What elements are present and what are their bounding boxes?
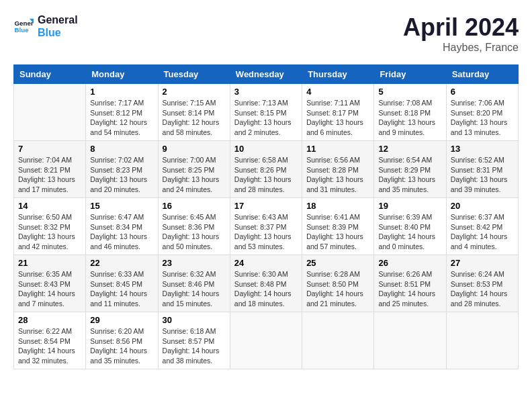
title-block: April 2024 Haybes, France	[403, 13, 519, 54]
day-info: Sunrise: 7:11 AMSunset: 8:17 PMDaylight:…	[306, 98, 369, 138]
calendar-cell	[14, 84, 86, 141]
calendar-cell: 14Sunrise: 6:50 AMSunset: 8:32 PMDayligh…	[14, 198, 86, 255]
day-info: Sunrise: 6:28 AMSunset: 8:50 PMDaylight:…	[306, 269, 369, 309]
day-number: 29	[90, 315, 153, 325]
calendar-cell: 27Sunrise: 6:24 AMSunset: 8:53 PMDayligh…	[446, 255, 518, 312]
day-info: Sunrise: 6:50 AMSunset: 8:32 PMDaylight:…	[18, 212, 81, 252]
col-header-sunday: Sunday	[14, 65, 86, 84]
calendar-cell: 23Sunrise: 6:32 AMSunset: 8:46 PMDayligh…	[158, 255, 230, 312]
day-number: 7	[18, 144, 81, 154]
month-title: April 2024	[403, 13, 519, 42]
day-number: 11	[306, 144, 369, 154]
day-info: Sunrise: 6:35 AMSunset: 8:43 PMDaylight:…	[18, 269, 81, 309]
svg-text:General: General	[15, 19, 34, 27]
day-info: Sunrise: 6:43 AMSunset: 8:37 PMDaylight:…	[234, 212, 298, 252]
logo-icon: General Blue	[13, 16, 34, 36]
calendar-cell: 2Sunrise: 7:15 AMSunset: 8:14 PMDaylight…	[158, 84, 230, 141]
day-info: Sunrise: 7:15 AMSunset: 8:14 PMDaylight:…	[163, 98, 226, 138]
day-info: Sunrise: 7:02 AMSunset: 8:23 PMDaylight:…	[90, 155, 153, 195]
day-number: 17	[234, 201, 298, 211]
week-row-3: 14Sunrise: 6:50 AMSunset: 8:32 PMDayligh…	[14, 198, 519, 255]
calendar-cell: 25Sunrise: 6:28 AMSunset: 8:50 PMDayligh…	[302, 255, 374, 312]
calendar-cell: 22Sunrise: 6:33 AMSunset: 8:45 PMDayligh…	[86, 255, 158, 312]
col-header-saturday: Saturday	[446, 65, 518, 84]
day-number: 4	[306, 87, 369, 97]
day-info: Sunrise: 6:26 AMSunset: 8:51 PMDaylight:…	[378, 269, 441, 309]
col-header-wednesday: Wednesday	[230, 65, 302, 84]
day-info: Sunrise: 7:06 AMSunset: 8:20 PMDaylight:…	[451, 98, 514, 138]
calendar-cell: 26Sunrise: 6:26 AMSunset: 8:51 PMDayligh…	[374, 255, 446, 312]
calendar-cell: 9Sunrise: 7:00 AMSunset: 8:25 PMDaylight…	[158, 141, 230, 198]
calendar-cell: 5Sunrise: 7:08 AMSunset: 8:18 PMDaylight…	[374, 84, 446, 141]
day-number: 28	[18, 315, 81, 325]
week-row-5: 28Sunrise: 6:22 AMSunset: 8:54 PMDayligh…	[14, 312, 519, 369]
col-header-friday: Friday	[374, 65, 446, 84]
day-number: 24	[234, 258, 298, 268]
day-info: Sunrise: 6:22 AMSunset: 8:54 PMDaylight:…	[18, 326, 81, 366]
calendar-cell	[302, 312, 374, 369]
calendar-cell: 4Sunrise: 7:11 AMSunset: 8:17 PMDaylight…	[302, 84, 374, 141]
day-number: 25	[306, 258, 369, 268]
day-number: 9	[163, 144, 226, 154]
day-info: Sunrise: 6:37 AMSunset: 8:42 PMDaylight:…	[451, 212, 514, 252]
day-number: 20	[451, 201, 514, 211]
day-info: Sunrise: 6:30 AMSunset: 8:48 PMDaylight:…	[234, 269, 298, 309]
day-info: Sunrise: 6:45 AMSunset: 8:36 PMDaylight:…	[163, 212, 226, 252]
calendar-cell: 30Sunrise: 6:18 AMSunset: 8:57 PMDayligh…	[158, 312, 230, 369]
calendar-cell: 8Sunrise: 7:02 AMSunset: 8:23 PMDaylight…	[86, 141, 158, 198]
day-number: 5	[378, 87, 441, 97]
day-number: 21	[18, 258, 81, 268]
day-info: Sunrise: 7:00 AMSunset: 8:25 PMDaylight:…	[163, 155, 226, 195]
day-info: Sunrise: 6:18 AMSunset: 8:57 PMDaylight:…	[163, 326, 226, 366]
calendar-cell: 10Sunrise: 6:58 AMSunset: 8:26 PMDayligh…	[230, 141, 302, 198]
day-number: 6	[451, 87, 514, 97]
day-number: 16	[163, 201, 226, 211]
day-number: 30	[163, 315, 226, 325]
day-number: 3	[234, 87, 298, 97]
calendar-cell: 3Sunrise: 7:13 AMSunset: 8:15 PMDaylight…	[230, 84, 302, 141]
day-number: 27	[451, 258, 514, 268]
day-number: 15	[90, 201, 153, 211]
day-info: Sunrise: 7:04 AMSunset: 8:21 PMDaylight:…	[18, 155, 81, 195]
day-number: 10	[234, 144, 298, 154]
day-info: Sunrise: 6:47 AMSunset: 8:34 PMDaylight:…	[90, 212, 153, 252]
day-number: 8	[90, 144, 153, 154]
calendar-cell: 29Sunrise: 6:20 AMSunset: 8:56 PMDayligh…	[86, 312, 158, 369]
day-number: 23	[163, 258, 226, 268]
day-info: Sunrise: 6:56 AMSunset: 8:28 PMDaylight:…	[306, 155, 369, 195]
day-info: Sunrise: 6:24 AMSunset: 8:53 PMDaylight:…	[451, 269, 514, 309]
calendar-cell: 28Sunrise: 6:22 AMSunset: 8:54 PMDayligh…	[14, 312, 86, 369]
calendar-cell: 16Sunrise: 6:45 AMSunset: 8:36 PMDayligh…	[158, 198, 230, 255]
calendar-cell	[446, 312, 518, 369]
calendar-cell	[230, 312, 302, 369]
day-info: Sunrise: 6:20 AMSunset: 8:56 PMDaylight:…	[90, 326, 153, 366]
logo: General Blue General Blue	[13, 13, 78, 39]
calendar-cell: 11Sunrise: 6:56 AMSunset: 8:28 PMDayligh…	[302, 141, 374, 198]
week-row-4: 21Sunrise: 6:35 AMSunset: 8:43 PMDayligh…	[14, 255, 519, 312]
calendar-cell: 13Sunrise: 6:52 AMSunset: 8:31 PMDayligh…	[446, 141, 518, 198]
day-number: 1	[90, 87, 153, 97]
calendar-cell: 20Sunrise: 6:37 AMSunset: 8:42 PMDayligh…	[446, 198, 518, 255]
day-number: 13	[451, 144, 514, 154]
day-info: Sunrise: 6:58 AMSunset: 8:26 PMDaylight:…	[234, 155, 298, 195]
page-header: General Blue General Blue April 2024 Hay…	[13, 13, 519, 54]
day-number: 22	[90, 258, 153, 268]
day-number: 14	[18, 201, 81, 211]
calendar-table: SundayMondayTuesdayWednesdayThursdayFrid…	[13, 64, 519, 369]
svg-text:Blue: Blue	[15, 26, 30, 34]
col-header-thursday: Thursday	[302, 65, 374, 84]
day-info: Sunrise: 6:39 AMSunset: 8:40 PMDaylight:…	[378, 212, 441, 252]
week-row-2: 7Sunrise: 7:04 AMSunset: 8:21 PMDaylight…	[14, 141, 519, 198]
day-info: Sunrise: 6:41 AMSunset: 8:39 PMDaylight:…	[306, 212, 369, 252]
day-info: Sunrise: 7:13 AMSunset: 8:15 PMDaylight:…	[234, 98, 298, 138]
day-number: 18	[306, 201, 369, 211]
day-number: 12	[378, 144, 441, 154]
day-info: Sunrise: 7:08 AMSunset: 8:18 PMDaylight:…	[378, 98, 441, 138]
calendar-cell: 12Sunrise: 6:54 AMSunset: 8:29 PMDayligh…	[374, 141, 446, 198]
day-info: Sunrise: 6:32 AMSunset: 8:46 PMDaylight:…	[163, 269, 226, 309]
calendar-cell: 24Sunrise: 6:30 AMSunset: 8:48 PMDayligh…	[230, 255, 302, 312]
calendar-cell: 15Sunrise: 6:47 AMSunset: 8:34 PMDayligh…	[86, 198, 158, 255]
logo-text: General Blue	[38, 13, 78, 39]
col-header-tuesday: Tuesday	[158, 65, 230, 84]
day-info: Sunrise: 6:33 AMSunset: 8:45 PMDaylight:…	[90, 269, 153, 309]
